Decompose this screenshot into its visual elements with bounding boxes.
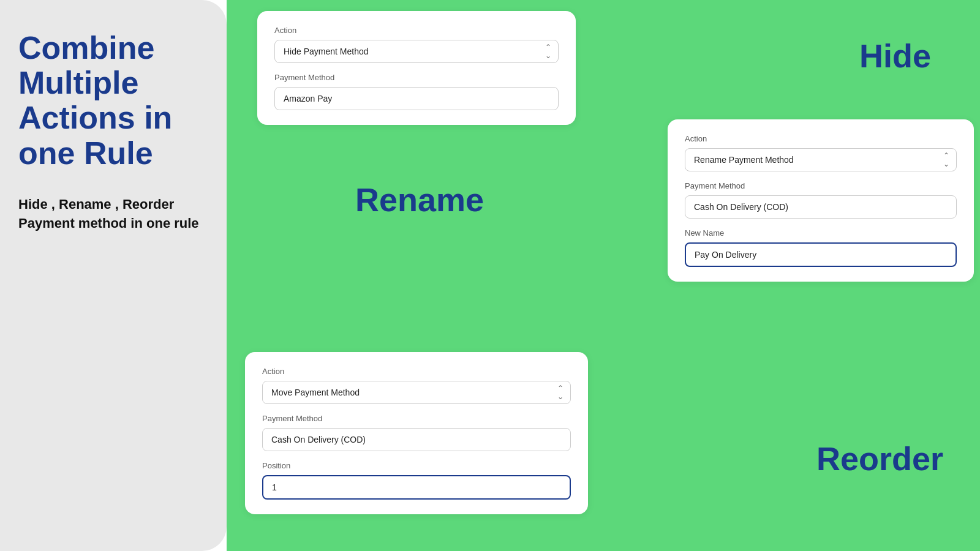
move-action-select-wrapper[interactable]: Move Payment Method ⌃⌄: [262, 381, 571, 404]
move-action-select[interactable]: Move Payment Method: [262, 381, 571, 404]
move-payment-group: Payment Method: [262, 414, 571, 451]
move-position-group: Position: [262, 461, 571, 500]
move-payment-input[interactable]: [262, 428, 571, 451]
rename-card: Action Rename Payment Method ⌃⌄ Payment …: [668, 119, 974, 282]
rename-payment-label: Payment Method: [685, 181, 957, 190]
hide-payment-label: Payment Method: [274, 73, 559, 82]
hide-action-select[interactable]: Hide Payment Method: [274, 40, 559, 63]
rename-newname-group: New Name: [685, 228, 957, 267]
hide-payment-group: Payment Method: [274, 73, 559, 110]
move-card: Action Move Payment Method ⌃⌄ Payment Me…: [245, 352, 588, 514]
reorder-label: Reorder: [816, 440, 943, 478]
hide-card: Action Hide Payment Method ⌃⌄ Payment Me…: [257, 11, 576, 125]
rename-action-select-wrapper[interactable]: Rename Payment Method ⌃⌄: [685, 148, 957, 171]
rename-label: Rename: [355, 181, 484, 219]
rename-payment-group: Payment Method: [685, 181, 957, 219]
hide-action-label: Action: [274, 26, 559, 35]
rename-newname-input[interactable]: [685, 242, 957, 267]
main-title: Combine Multiple Actions in one Rule: [18, 31, 208, 171]
rename-action-select[interactable]: Rename Payment Method: [685, 148, 957, 171]
hide-action-select-wrapper[interactable]: Hide Payment Method ⌃⌄: [274, 40, 559, 63]
rename-payment-input[interactable]: [685, 195, 957, 219]
move-position-input[interactable]: [262, 475, 571, 500]
subtitle: Hide , Rename , Reorder Payment method i…: [18, 195, 208, 233]
left-panel: Combine Multiple Actions in one Rule Hid…: [0, 0, 227, 551]
move-payment-label: Payment Method: [262, 414, 571, 423]
hide-payment-input[interactable]: [274, 87, 559, 110]
right-panel: Hide Rename Reorder Action Hide Payment …: [227, 0, 980, 551]
move-action-label: Action: [262, 367, 571, 376]
rename-newname-label: New Name: [685, 228, 957, 238]
rename-action-label: Action: [685, 134, 957, 143]
move-position-label: Position: [262, 461, 571, 470]
hide-label: Hide: [859, 37, 931, 75]
